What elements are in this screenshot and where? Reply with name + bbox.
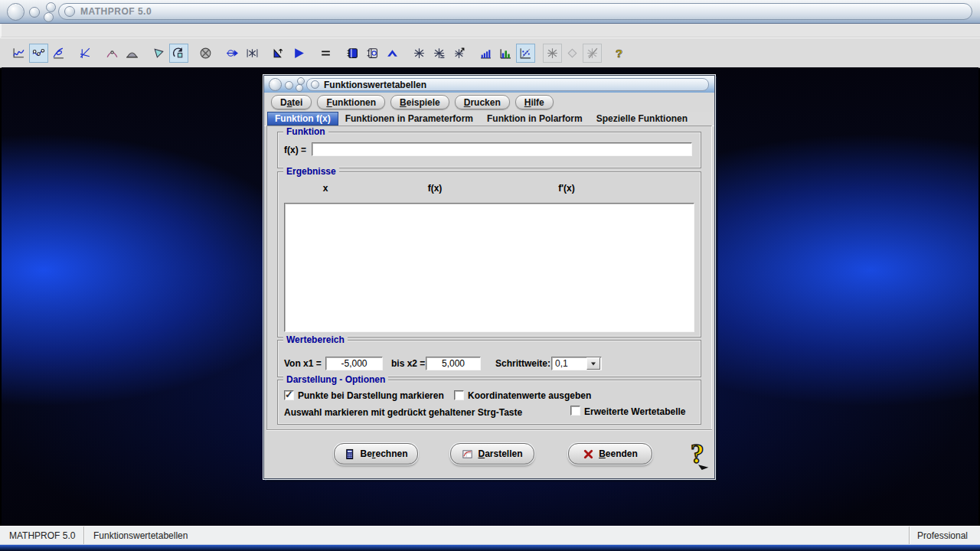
fx-input[interactable] <box>312 142 692 156</box>
group-optionen-title: Darstellung - Optionen <box>283 374 388 385</box>
axis-arrow-icon[interactable] <box>223 44 242 63</box>
asterisk-axes-icon[interactable] <box>449 44 469 63</box>
svg-text:?: ? <box>691 439 704 469</box>
statusbar: MATHPROF 5.0 Funktionswertetabellen Prof… <box>0 526 980 545</box>
statusbar-app-name: MATHPROF 5.0 <box>0 527 84 545</box>
results-column-header: f'(x) <box>558 183 575 194</box>
schrittweite-dropdown[interactable]: 0,1 <box>551 357 602 370</box>
dialog-title: Funktionswertetabellen <box>324 80 426 90</box>
crossing-lines-icon[interactable] <box>76 44 95 63</box>
beenden-button-label: Beenden <box>599 448 638 459</box>
window-menu-button[interactable] <box>64 6 75 17</box>
darstellen-button[interactable]: Darstellen <box>450 443 534 465</box>
dialog-restore-button[interactable] <box>296 84 303 92</box>
window-titlebar[interactable]: MATHPROF 5.0 <box>0 0 980 24</box>
arrow-up-flag-icon[interactable] <box>270 44 289 63</box>
equals-icon[interactable] <box>316 44 335 63</box>
menu-item-datei[interactable]: Datei <box>271 95 312 109</box>
curve-points-icon[interactable] <box>29 44 48 63</box>
schrittweite-value: 0,1 <box>552 358 586 369</box>
svg-text:?: ? <box>616 47 622 59</box>
triangle-flag-icon[interactable] <box>149 44 168 63</box>
tab-funktionen-in-parameterform[interactable]: Funktionen in Parameterform <box>338 112 480 126</box>
play-icon[interactable] <box>289 44 309 63</box>
asterisk-slash-icon <box>583 44 602 63</box>
star-brackets-icon[interactable] <box>243 44 262 63</box>
tab-funktion-in-polarform[interactable]: Funktion in Polarform <box>480 112 590 126</box>
window-title: MATHPROF 5.0 <box>80 6 152 17</box>
menu-item-hilfe[interactable]: Hilfe <box>515 95 554 109</box>
bis-x2-input[interactable] <box>426 357 481 370</box>
toolbar-spacer <box>0 24 980 37</box>
checkbox-punkte-label: Punkte bei Darstellung markieren <box>298 390 444 401</box>
peak-curve-icon[interactable] <box>103 44 122 63</box>
diamond-icon <box>563 44 582 63</box>
toolbar: ? <box>0 37 980 68</box>
dialog-tabstrip: Funktion f(x)Funktionen in Parameterform… <box>264 112 714 126</box>
dialog-menu-button[interactable] <box>311 80 319 89</box>
tab-funktion-f-x-[interactable]: Funktion f(x) <box>267 112 338 126</box>
group-wertebereich-title: Wertebereich <box>283 334 348 345</box>
statusbar-context: Funktionswertetabellen <box>84 527 909 545</box>
berechnen-button[interactable]: Berechnen <box>334 443 418 465</box>
beenden-button[interactable]: Beenden <box>568 443 652 465</box>
dialog-titlebar[interactable]: Funktionswertetabellen <box>264 76 714 93</box>
bis-x2-label: bis x2 = <box>391 357 425 370</box>
asterisk-icon <box>543 44 562 63</box>
asterisk-table-icon[interactable] <box>430 44 449 63</box>
results-column-header: f(x) <box>428 183 443 194</box>
parametric-curve-icon[interactable] <box>49 44 68 63</box>
window-restore-button[interactable] <box>44 12 54 22</box>
app-window: MATHPROF 5.0 ? Funktionswertetabellen Da… <box>0 0 980 551</box>
window-close-button[interactable] <box>7 3 24 21</box>
tab-spezielle-funktionen[interactable]: Spezielle Funktionen <box>590 112 694 126</box>
dropdown-arrow-icon[interactable] <box>586 357 600 370</box>
statusbar-edition: Professional <box>909 527 980 545</box>
asterisk-icon[interactable] <box>410 44 429 63</box>
menu-item-beispiele[interactable]: Beispiele <box>390 95 449 109</box>
dialog-minimize-button[interactable] <box>285 81 293 90</box>
group-ergebnisse-title: Ergebnisse <box>283 166 339 177</box>
chevron-up-icon[interactable] <box>383 44 402 63</box>
dialog-body: Funktion f(x) = Ergebnisse xf(x)f'(x) We… <box>266 126 712 431</box>
chart-icon <box>462 448 473 460</box>
checkbox-erweiterte-label: Erweiterte Wertetabelle <box>584 406 686 417</box>
group-funktion: Funktion f(x) = <box>277 132 701 168</box>
berechnen-button-label: Berechnen <box>360 448 407 459</box>
fx-label: f(x) = <box>284 143 306 157</box>
function-plot-icon[interactable] <box>9 44 28 63</box>
toolbar-buttons: ? <box>0 44 629 63</box>
results-listbox[interactable] <box>284 203 694 332</box>
menu-item-funktionen[interactable]: Funktionen <box>317 95 385 109</box>
window-title-plate: MATHPROF 5.0 <box>58 3 972 20</box>
checkbox-erweiterte-wertetabelle[interactable] <box>570 406 580 416</box>
help-icon[interactable]: ? <box>609 44 629 63</box>
group-wertebereich: Wertebereich Von x1 = bis x2 = Schrittwe… <box>277 340 701 377</box>
window-maximize-button[interactable] <box>46 2 56 12</box>
help-icon[interactable]: ? <box>686 439 710 470</box>
checkbox-koordinatenwerte[interactable] <box>454 390 464 400</box>
area-under-curve-icon[interactable] <box>122 44 142 63</box>
notebook-icon[interactable] <box>343 44 362 63</box>
dialog-title-plate: Funktionswertetabellen <box>306 78 709 91</box>
close-x-icon <box>583 448 594 460</box>
results-column-header: x <box>323 183 328 194</box>
rotate-arrow-icon[interactable] <box>169 44 188 63</box>
window-minimize-button[interactable] <box>29 7 40 18</box>
notebook-arrow-icon[interactable] <box>363 44 382 63</box>
darstellen-button-label: Darstellen <box>478 448 522 459</box>
bar-chart-colored-icon[interactable] <box>496 44 515 63</box>
dialog-menubar: DateiFunktionenBeispieleDruckenHilfe <box>264 93 714 112</box>
dialog-funktionswertetabellen: Funktionswertetabellen DateiFunktionenBe… <box>263 75 715 479</box>
schrittweite-label: Schrittweite: <box>495 357 550 370</box>
strg-taste-hint: Auswahl markieren mit gedrückt gehaltene… <box>284 407 522 418</box>
dialog-close-button[interactable] <box>269 78 282 91</box>
menu-item-drucken[interactable]: Drucken <box>455 95 510 109</box>
scatter-plot-icon[interactable] <box>516 44 535 63</box>
calculator-icon <box>344 448 355 460</box>
dialog-footer: Berechnen Darstellen Beenden ? <box>266 429 712 476</box>
bar-chart-icon[interactable] <box>476 44 495 63</box>
sphere-icon[interactable] <box>196 44 215 63</box>
von-x1-input[interactable] <box>325 357 383 370</box>
checkbox-punkte-markieren[interactable] <box>284 390 294 400</box>
